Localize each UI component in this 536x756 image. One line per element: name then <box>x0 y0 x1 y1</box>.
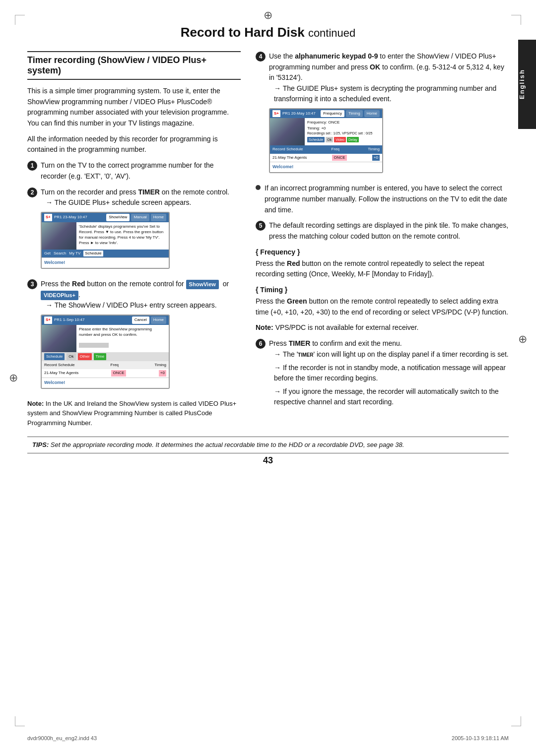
showview-button-label: ShowView <box>186 280 219 289</box>
screen3-btn-video[interactable]: Video <box>334 137 346 143</box>
screen1-info-text: 'Schedule' displays programmes you've Se… <box>76 222 169 250</box>
language-sidebar: English <box>518 40 536 129</box>
screen3-tabs: Frequency Timing Home <box>321 110 380 117</box>
step-4-arrow: The GUIDE Plus+ system is decrypting the… <box>274 83 509 104</box>
screen2-info-text: Please enter the ShowView programming nu… <box>76 325 169 352</box>
screen3-table-row: 21-May The Agents ONCE +0 <box>270 154 382 162</box>
screen2-logo: S+ <box>44 316 52 323</box>
screen-mockup-2: S+ PR1 1-Sep 10:47 Cancel Home Please en… <box>41 315 170 389</box>
note-block: Note: In the UK and Ireland the ShowView… <box>27 399 241 428</box>
frequency-heading: { Frequency } <box>256 248 509 256</box>
screen2-btn-ok[interactable]: Ok <box>67 353 75 360</box>
step-6-number: 6 <box>256 339 266 349</box>
right-column: 4 Use the alphanumeric keypad 0-9 to ent… <box>256 51 509 428</box>
screen2-btn-other[interactable]: Other <box>78 353 92 360</box>
screen2-btn-schedule[interactable]: Schedule <box>44 353 65 360</box>
step-5: 5 The default recording settings are dis… <box>256 220 509 242</box>
screen2-table-header: Record ScheduleFreqTiming <box>42 361 169 369</box>
bullet-1-content: If an incorrect programming number is en… <box>265 183 509 215</box>
screen1-tabs: ShowView Manual Home <box>106 214 166 221</box>
screen2-thumbnail <box>42 325 76 352</box>
screen3-info-panel: Frequency: ONCE Timing: +0 Recordings se… <box>305 118 382 145</box>
screen2-table-row: 21-May The Agents ONCE +0 <box>42 369 169 377</box>
screen1-nav-search[interactable]: Search <box>54 251 66 256</box>
intro-paragraph-2: All the information needed by this recor… <box>27 134 241 155</box>
screen3-logo: S+ <box>272 110 280 117</box>
page-title: Record to Hard Disk continued <box>27 25 509 40</box>
page-footer: dvdr9000h_eu_eng2.indd 43 2005-10-13 9:1… <box>27 735 509 741</box>
screen-mockup-1: S+ PR1 23-May 10:47 ShowView Manual Home <box>41 212 170 269</box>
corner-mark-tr <box>511 15 521 25</box>
step-1-content: Turn on the TV to the correct programme … <box>41 160 241 182</box>
screen3-btn-ok[interactable]: Ok <box>326 137 333 143</box>
corner-mark-br <box>511 716 521 726</box>
screen2-topbar: S+ PR1 1-Sep 10:47 Cancel Home <box>42 315 169 324</box>
screen3-btn-delay[interactable]: Delay <box>347 137 359 143</box>
screen3-tab-timing[interactable]: Timing <box>346 110 363 117</box>
intro-paragraph-1: This is a simple timer programming syste… <box>27 86 241 129</box>
screen3-btn-schedule[interactable]: Schedule <box>307 137 325 143</box>
step-2-number: 2 <box>27 188 37 197</box>
tips-bar: TIPS: Set the appropriate recording mode… <box>27 437 509 453</box>
screen3-info: PR1 20-May 10:47 <box>282 111 316 117</box>
screen3-tab-frequency[interactable]: Frequency <box>321 110 344 117</box>
screen3-action-btns: Schedule Ok Video Delay <box>307 137 380 143</box>
screen-mockup-3: S+ PR1 20-May 10:47 Frequency Timing Hom… <box>269 108 383 173</box>
screen1-welcome: Welcome! <box>42 257 169 268</box>
step-5-content: The default recording settings are displ… <box>269 220 509 242</box>
step-3: 3 Press the Red button on the remote con… <box>27 279 241 394</box>
screen2-welcome: Welcome! <box>42 378 169 388</box>
bullet-dot-1 <box>256 185 261 190</box>
left-column: Timer recording (ShowView / VIDEO Plus+ … <box>27 51 241 428</box>
screen2-tab-cancel[interactable]: Cancel <box>132 316 149 323</box>
step-4: 4 Use the alphanumeric keypad 0-9 to ent… <box>256 51 509 178</box>
timing-heading: { Timing } <box>256 286 509 294</box>
screen2-tab-home[interactable]: Home <box>151 316 166 323</box>
language-label: English <box>518 69 526 100</box>
screen3-rec: Recordings set : 1/25, VPS/PDC set : 0/2… <box>307 131 380 136</box>
section-heading: Timer recording (ShowView / VIDEO Plus+ … <box>27 51 241 80</box>
step-2: 2 Turn on the recorder and press TIMER o… <box>27 187 241 274</box>
step-2-arrow: The GUIDE Plus+ schedule screen appears. <box>46 197 241 208</box>
videoplus-button-label: VIDEOPlus+ <box>41 291 78 300</box>
screen1-tab-home[interactable]: Home <box>151 214 166 221</box>
screen1-body: 'Schedule' displays programmes you've Se… <box>42 222 169 250</box>
step-3-content: Press the Red button on the remote contr… <box>41 279 241 394</box>
screen3-welcome: Welcome! <box>270 162 382 172</box>
screen3-body: Frequency: ONCE Timing: +0 Recordings se… <box>270 118 382 145</box>
timing-text: Press the Green button on the remote con… <box>256 296 509 317</box>
footer-left: dvdr9000h_eu_eng2.indd 43 <box>27 735 97 741</box>
screen1-thumbnail <box>42 222 76 250</box>
corner-mark-bl <box>15 716 25 726</box>
screen2-buttons: Schedule Ok Other Time <box>42 352 169 361</box>
screen1-tab-showview[interactable]: ShowView <box>106 214 130 221</box>
screen2-tabs: Cancel Home <box>132 316 166 323</box>
screen1-nav-mytv[interactable]: My TV <box>69 251 80 256</box>
screen1-nav-schedule[interactable]: Schedule <box>83 251 103 256</box>
step-6-arrow-3: If you ignore the message, the recorder … <box>274 386 509 407</box>
step-6: 6 Press TIMER to confirm and exit the me… <box>256 338 509 410</box>
step-3-arrow: The ShowView / VIDEO Plus+ entry screen … <box>46 300 241 311</box>
frequency-text: Press the Red button on the remote contr… <box>256 258 509 280</box>
screen3-thumbnail <box>270 118 305 145</box>
target-icon-right-mid: ⊕ <box>518 333 527 346</box>
step-6-arrow-2: If the recorder is not in standby mode, … <box>274 363 509 383</box>
screen1-nav-get[interactable]: Get <box>44 251 51 256</box>
screen3-tab-home[interactable]: Home <box>364 110 380 117</box>
page-number: 43 <box>27 455 509 466</box>
step-2-content: Turn on the recorder and press TIMER on … <box>41 187 241 274</box>
target-icon-left: ⊕ <box>9 372 18 384</box>
two-column-layout: Timer recording (ShowView / VIDEO Plus+ … <box>27 51 509 428</box>
screen3-freq: Frequency: ONCE <box>307 120 380 125</box>
screen1-tab-manual[interactable]: Manual <box>131 214 149 221</box>
screen2-body: Please enter the ShowView programming nu… <box>42 325 169 352</box>
step-1-number: 1 <box>27 161 37 171</box>
screen1-info: PR1 23-May 10:47 <box>54 214 87 220</box>
screen1-logo: S+ <box>44 214 52 221</box>
or-text: or <box>223 280 229 288</box>
screen2-btn-time[interactable]: Time <box>94 353 106 360</box>
step-1: 1 Turn on the TV to the correct programm… <box>27 160 241 182</box>
step-6-content: Press TIMER to confirm and exit the menu… <box>269 338 509 410</box>
target-icon-top: ⊕ <box>264 9 272 22</box>
timing-note: Note: VPS/PDC is not available for exter… <box>256 322 509 333</box>
